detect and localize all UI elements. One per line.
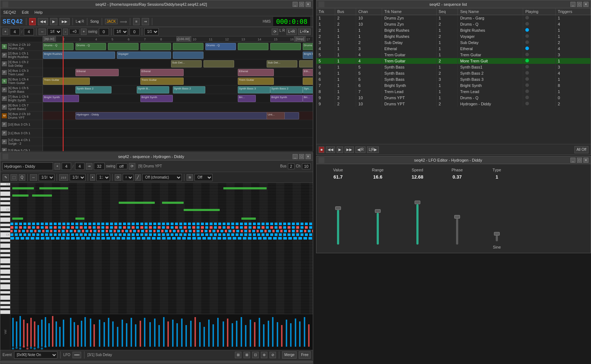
seq-block-etheral[interactable]: Etheral xyxy=(75,69,119,76)
table-row[interactable]: 6 1 5 Synth Bass 3 Synth Bass 3 1 xyxy=(316,76,591,83)
cc-btn-2[interactable]: ⊠ xyxy=(244,352,250,358)
table-row[interactable]: 3 1 2 Sub Delay 1 Sub Delay 2 xyxy=(316,40,591,46)
cc-btn-4[interactable]: ⊛ xyxy=(261,352,267,358)
track-header-10[interactable]: P [10] Bus 3 Ch 1 xyxy=(0,120,43,129)
track-row-10[interactable] xyxy=(43,120,313,129)
seq-block-sub-delay[interactable]: Sub Del... xyxy=(171,60,202,67)
track-13-p-btn[interactable]: P xyxy=(2,148,7,152)
lfo-range-handle[interactable] xyxy=(375,209,381,213)
event-select[interactable]: [0x90] Note On xyxy=(14,351,57,359)
note-block[interactable] xyxy=(12,194,29,197)
beat-unit-input[interactable] xyxy=(24,28,34,35)
lfo-type-track[interactable] xyxy=(496,184,498,241)
play-button[interactable]: ▶ xyxy=(50,18,57,25)
seq-block-synth-b[interactable]: Synth B... xyxy=(137,86,169,93)
scale-btn[interactable]: ╱ xyxy=(135,174,141,181)
seq-editor-minimize[interactable]: _ xyxy=(293,154,298,159)
seq-block-etheral3[interactable]: Etheral xyxy=(238,69,274,76)
track-5-s-btn[interactable]: S xyxy=(2,79,7,84)
piano-key-pattern[interactable] xyxy=(0,183,10,314)
menu-edit[interactable]: Edit xyxy=(22,10,29,14)
seq-block-synth-bass5[interactable]: Syn... xyxy=(303,86,313,93)
seq-editor-close[interactable]: ✕ xyxy=(306,154,311,159)
lr-btn4[interactable]: L+R● xyxy=(298,28,311,35)
lfo-value-track[interactable] xyxy=(337,187,339,245)
track-row-11[interactable] xyxy=(43,129,313,137)
seq-block-drums-q2[interactable]: Drums - Q xyxy=(75,43,106,50)
lr-btn-t2[interactable]: ↔ xyxy=(30,174,37,181)
note-block[interactable] xyxy=(241,218,256,220)
close-button[interactable]: ✕ xyxy=(306,2,311,7)
maximize-button[interactable]: □ xyxy=(299,2,304,7)
seq-beat-unit-input[interactable] xyxy=(75,163,84,170)
chord-select[interactable]: Off xyxy=(194,174,213,181)
seq-editor-maximize[interactable]: □ xyxy=(299,154,304,159)
track-6-p-btn[interactable]: P xyxy=(2,87,7,92)
note-block[interactable] xyxy=(12,218,23,220)
table-row[interactable]: 1 2 10 Drums Zyn 2 Drums - Q 4 xyxy=(316,21,591,27)
track-header-6[interactable]: P [6] Bus 1 Ch 5Synth Bass xyxy=(0,85,43,94)
seq-arrow-btn[interactable]: ⇒ xyxy=(86,163,92,170)
seq-block-sub-delay4[interactable] xyxy=(299,60,313,67)
quantize-select[interactable]: 1/8 xyxy=(47,28,62,35)
table-row[interactable]: 4 1 3 Etheral 1 Etheral 4 xyxy=(316,46,591,52)
seq-block-drums-q8[interactable] xyxy=(270,43,301,50)
lfo-range-track[interactable] xyxy=(377,187,379,245)
track-row-2[interactable]: Bright Rushes Voyager Bright Rushes xyxy=(43,51,313,60)
track-1-s-btn[interactable]: S xyxy=(2,44,7,49)
track-12-p-btn[interactable]: P xyxy=(2,139,7,144)
seq-list-lr2[interactable]: L|R▶ xyxy=(367,146,379,153)
seq-block-trem-guitar4[interactable] xyxy=(303,78,313,85)
track-row-12[interactable] xyxy=(43,137,313,146)
track-10-p-btn[interactable]: P xyxy=(2,122,7,127)
seq-block-drums-q9[interactable]: Drums - Q xyxy=(303,43,313,50)
note-block[interactable] xyxy=(184,209,220,211)
lfo-phase-track[interactable] xyxy=(456,187,458,245)
chord-btn[interactable]: ≋ xyxy=(187,174,193,181)
pencil-tool[interactable]: ✎ xyxy=(3,174,9,181)
loop-btn[interactable]: ⟳ xyxy=(272,28,278,35)
seq-block-synth-bass2[interactable]: Synth Bass 2 xyxy=(173,86,205,93)
add-track-button[interactable]: + xyxy=(3,28,8,35)
seq-list-maximize[interactable]: □ xyxy=(577,2,582,7)
seq-block-trem-guitar[interactable]: Trem Guitar xyxy=(43,78,90,85)
all-off-button[interactable]: All Off xyxy=(574,146,588,153)
note-block[interactable] xyxy=(75,218,84,220)
erase-tool[interactable]: Q xyxy=(19,174,25,181)
seq-add-btn[interactable]: + xyxy=(54,163,60,170)
seq-list-stop[interactable]: ■ xyxy=(319,146,324,153)
track-header-9[interactable]: M [9] Bus 2 Ch 10Drums YPT xyxy=(0,111,43,120)
lr-btn3[interactable]: L+R xyxy=(286,28,297,35)
key-select[interactable]: C xyxy=(123,174,133,181)
lfo-speed-track[interactable] xyxy=(416,187,419,245)
track-header-12[interactable]: P [12] Bus 4 Ch 1Surge - 2 xyxy=(0,137,43,146)
table-row[interactable]: 8 1 7 Trem Lead 1 Trem Lead 1 xyxy=(316,89,591,95)
table-row[interactable]: 6 1 5 Synth Bass 1 Synth Bass1 3 xyxy=(316,64,591,70)
q-select-t2[interactable]: 1/16 xyxy=(39,174,54,181)
table-row[interactable]: 2 1 1 Bright Rushes 2 Voyager 1 xyxy=(316,34,591,40)
note-block[interactable] xyxy=(223,187,267,189)
note-block[interactable] xyxy=(162,202,184,204)
seq-h-scrollbar[interactable] xyxy=(0,359,313,364)
track-4-p-btn[interactable]: P xyxy=(2,70,7,75)
track-header-13[interactable]: P [13] Bus 5 Ch 1 xyxy=(0,146,43,151)
track-header-4[interactable]: P [4] Bus 1 Ch 3Trem Lead xyxy=(0,68,43,77)
merge-btn[interactable]: Merge xyxy=(282,351,297,359)
seq-loop-btn[interactable]: ⟳ xyxy=(129,163,135,170)
seq-list-ff[interactable]: ▶▶ xyxy=(345,146,354,153)
seq-block-drums-q5[interactable] xyxy=(173,43,203,50)
zoom-select[interactable]: 1:2 xyxy=(96,174,110,181)
track-row-8[interactable] xyxy=(43,103,313,111)
menu-help[interactable]: Help xyxy=(34,10,43,14)
fast-forward-button[interactable]: ▶▶ xyxy=(60,18,70,25)
seq-block-voyager[interactable]: Voyager xyxy=(117,52,171,59)
seq-block-bright-rushes[interactable]: Bright Rushes xyxy=(43,52,115,59)
track-7-p-btn[interactable]: P xyxy=(2,96,7,101)
table-row[interactable]: 5 1 4 Trem Guitar 1 Trem Guitar 3 xyxy=(316,52,591,58)
track-header-2[interactable]: P [2] Bus 1 Ch 1Bright Rushes xyxy=(0,51,43,60)
lfo-close[interactable]: ✕ xyxy=(583,158,588,163)
note-block[interactable] xyxy=(32,194,52,197)
seq-block-drums-q6[interactable]: Drums - Q xyxy=(205,43,236,50)
table-row[interactable]: 6 1 5 Synth Bass 2 Synth Bass 2 4 xyxy=(316,70,591,76)
seq-block-etheral2[interactable]: Etheral xyxy=(140,69,184,76)
